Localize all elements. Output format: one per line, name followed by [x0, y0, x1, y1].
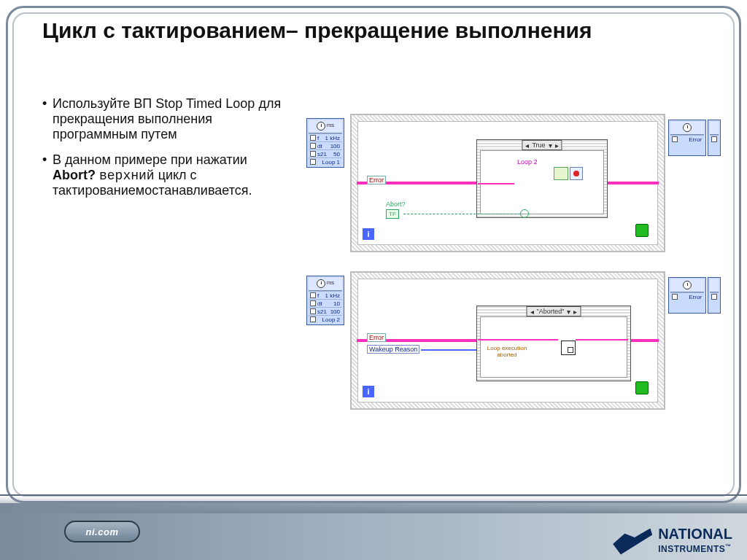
case-structure-1: ◂ True ▾ ▸ Loop 2 [476, 139, 608, 218]
brand-bottom: INSTRUMENTS [658, 544, 725, 554]
diagram-area: ms f1 kHz dt100 s2150 Loop 1 Error Error [306, 111, 721, 426]
case-next-icon: ▸ [555, 141, 559, 149]
timed-loop-diagram-1: ms f1 kHz dt100 s2150 Loop 1 Error Error [306, 111, 721, 254]
case-label: True [532, 141, 545, 149]
case-dropdown-icon: ▾ [567, 308, 570, 316]
case-prev-icon: ◂ [530, 308, 534, 316]
case-selector[interactable]: ◂ True ▾ ▸ [522, 140, 562, 150]
abort-node-icon [520, 209, 529, 218]
clock-icon [317, 279, 325, 288]
footer-band: ni.com NATIONAL INSTRUMENTS™ [0, 503, 747, 560]
timed-loop-diagram-2: ms f1 kHz dt10 s21100 Loop 2 Error Error… [306, 268, 721, 411]
error-wire-into-case [478, 339, 558, 341]
case-next-icon: ▸ [573, 308, 577, 316]
brand-top: NATIONAL [658, 526, 732, 542]
loop-frame-2: Error Wakeup Reason ◂ "Aborted" ▾ ▸ Loop… [350, 271, 665, 410]
right-out-node-1 [708, 120, 721, 156]
tf-indicator: TF [386, 209, 399, 219]
right-config-node-1: Error [668, 120, 706, 156]
wakeup-wire [421, 349, 481, 351]
bullet-list: Используйте ВП Stop Timed Loop для прекр… [42, 96, 290, 209]
bullet-2-bold: Abort? [53, 168, 96, 182]
ni-website-pill: ni.com [64, 521, 140, 542]
error-wire-into-case [478, 183, 514, 184]
case-structure-2: ◂ "Aborted" ▾ ▸ Loop execution aborted [476, 306, 631, 381]
right-config-node-2: Error [668, 277, 706, 314]
ms-label: ms [327, 279, 335, 286]
case-dropdown-icon: ▾ [549, 141, 552, 149]
left-config-node-1: ms f1 kHz dt100 s2150 Loop 1 [306, 118, 344, 168]
boolean-wire [403, 214, 520, 215]
bullet-1: Используйте ВП Stop Timed Loop для прекр… [42, 96, 290, 142]
stop-terminal [570, 167, 583, 180]
case-label: "Aborted" [537, 308, 565, 315]
bullet-2-intro: В данном примере при нажатии [53, 152, 247, 167]
run-continuous-icon [635, 381, 649, 394]
trademark-symbol: ™ [725, 543, 732, 550]
abort-label: Abort? [386, 201, 406, 208]
iteration-terminal: i [363, 228, 374, 240]
wakeup-reason-label: Wakeup Reason [367, 345, 419, 354]
error-label: Error [367, 176, 386, 184]
left-config-node-2: ms f1 kHz dt10 s21100 Loop 2 [306, 276, 344, 325]
bullet-2-mono: верхний [99, 168, 155, 183]
run-continuous-icon [635, 224, 649, 237]
case-selector[interactable]: ◂ "Aborted" ▾ ▸ [527, 306, 581, 316]
iteration-terminal: i [363, 386, 374, 397]
ni-logo: NATIONAL INSTRUMENTS™ [613, 527, 732, 556]
clock-icon [317, 122, 325, 131]
case-prev-icon: ◂ [525, 141, 529, 149]
clock-icon [683, 281, 692, 289]
slide-title: Цикл с тактированием– прекращение выполн… [42, 18, 718, 44]
abort-message: Loop execution aborted [487, 345, 527, 358]
clock-icon [683, 123, 692, 132]
ms-label: ms [327, 122, 335, 128]
dialog-vi-icon [561, 341, 576, 355]
loop2-label: Loop 2 [517, 158, 538, 166]
error-wire-out-case [576, 339, 628, 341]
error-label: Error [367, 333, 386, 342]
loop-frame-1: Error ◂ True ▾ ▸ Loop 2 [350, 114, 665, 252]
right-out-node-2 [708, 277, 721, 314]
stop-timed-loop-icon [554, 167, 568, 180]
bullet-2: В данном примере при нажатии Abort? верх… [42, 152, 290, 198]
ni-eagle-icon [613, 529, 652, 555]
